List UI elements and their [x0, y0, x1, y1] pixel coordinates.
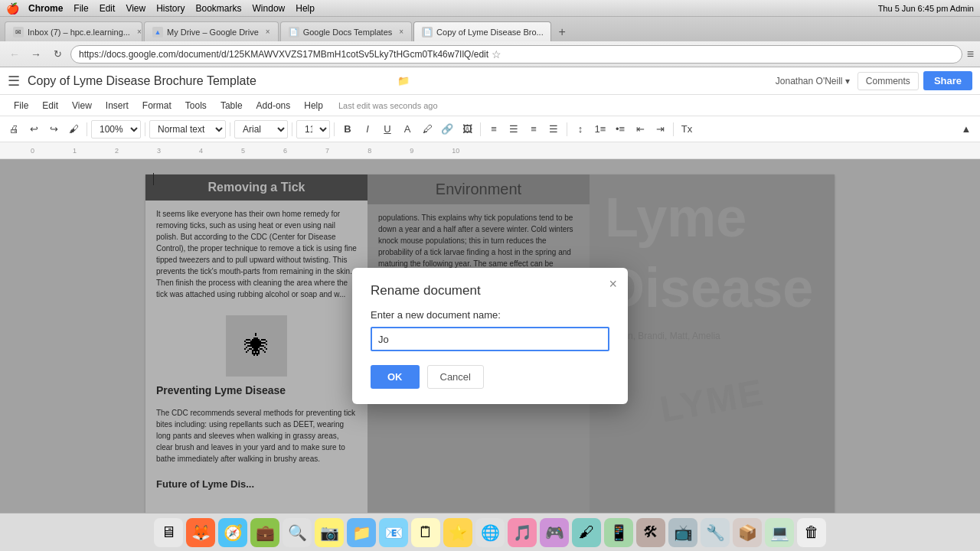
tabs-bar: ✉ Inbox (7) – hpc.e.learning... × ▲ My D…: [0, 17, 980, 41]
dock-contacts[interactable]: 💼: [250, 518, 279, 547]
forward-button[interactable]: →: [28, 46, 44, 63]
menu-history[interactable]: History: [156, 3, 185, 14]
list-bullet-button[interactable]: •≡: [611, 120, 629, 139]
address-bar[interactable]: https://docs.google.com/document/d/125KM…: [70, 45, 962, 64]
collapse-toolbar-button[interactable]: ▲: [957, 120, 975, 139]
dock-files[interactable]: 📁: [347, 518, 376, 547]
menu-help[interactable]: Help: [296, 3, 315, 14]
decrease-indent-button[interactable]: ⇤: [631, 120, 649, 139]
menu-window[interactable]: Window: [253, 3, 286, 14]
dock-wrench[interactable]: 🔧: [701, 518, 730, 547]
dock-mail[interactable]: 📧: [379, 518, 408, 547]
toolbar-sep-7: [567, 122, 567, 136]
tab-close-inbox[interactable]: ×: [137, 28, 142, 36]
menu-chrome[interactable]: Chrome: [28, 3, 63, 14]
back-button[interactable]: ←: [6, 46, 23, 63]
dock-star[interactable]: ⭐: [443, 518, 472, 547]
apple-icon[interactable]: 🍎: [6, 2, 19, 15]
dock-paint[interactable]: 🖌: [572, 518, 601, 547]
cancel-button[interactable]: Cancel: [427, 365, 484, 389]
list-number-button[interactable]: 1≡: [591, 120, 609, 139]
dialog-buttons: OK Cancel: [371, 365, 609, 389]
print-button[interactable]: 🖨: [5, 120, 23, 139]
dock-trash[interactable]: 🗑: [797, 518, 826, 547]
font-select[interactable]: Arial: [234, 120, 288, 139]
dock-package[interactable]: 📦: [733, 518, 762, 547]
tab-favicon-drive: ▲: [152, 27, 163, 37]
menu-view-docs[interactable]: View: [66, 98, 98, 113]
dock-spotlight[interactable]: 🔍: [283, 518, 312, 547]
menubar-right: Thu 5 Jun 6:45 pm Admin: [878, 4, 974, 13]
document-area[interactable]: Removing a Tick It seems like everyone h…: [0, 159, 980, 513]
dock-chrome[interactable]: 🌐: [475, 518, 505, 547]
dock-music[interactable]: 🎵: [508, 518, 537, 547]
toolbar-sep-3: [230, 122, 230, 136]
dock-game[interactable]: 🎮: [540, 518, 569, 547]
line-spacing-button[interactable]: ↕: [571, 120, 590, 139]
menu-edit-docs[interactable]: Edit: [36, 98, 64, 113]
dialog-close-button[interactable]: ×: [609, 277, 617, 291]
redo-button[interactable]: ↪: [44, 120, 63, 139]
menu-bookmarks[interactable]: Bookmarks: [196, 3, 242, 14]
clear-format-button[interactable]: Tx: [678, 120, 696, 139]
menu-file-docs[interactable]: File: [8, 98, 34, 113]
comments-button[interactable]: Comments: [858, 72, 919, 90]
italic-button[interactable]: I: [358, 120, 377, 139]
tab-close-drive[interactable]: ×: [266, 28, 270, 36]
mac-dock: 🖥 🦊 🧭 💼 🔍 📷 📁 📧 🗒 ⭐ 🌐 🎵 🎮 🖌 📱 🛠 📺 🔧 📦 💻 …: [0, 513, 980, 551]
refresh-button[interactable]: ↻: [49, 46, 66, 63]
menu-table-docs[interactable]: Table: [214, 98, 249, 113]
image-button[interactable]: 🖼: [458, 120, 476, 139]
new-tab-button[interactable]: +: [553, 23, 571, 41]
align-left-button[interactable]: ≡: [485, 120, 503, 139]
dock-finder[interactable]: 🖥: [154, 518, 183, 547]
style-select[interactable]: Normal text: [149, 120, 226, 139]
tab-drive[interactable]: ▲ My Drive – Google Drive ×: [144, 21, 279, 41]
font-size-select[interactable]: 11: [296, 120, 330, 139]
undo-button[interactable]: ↩: [24, 120, 43, 139]
align-right-button[interactable]: ≡: [524, 120, 543, 139]
tab-close-lyme[interactable]: ×: [550, 28, 551, 36]
tab-templates[interactable]: 📄 Google Docs Templates ×: [280, 21, 412, 41]
docs-folder-icon[interactable]: 📁: [397, 75, 410, 86]
dock-tv[interactable]: 📺: [668, 518, 697, 547]
highlight-button[interactable]: 🖊: [418, 120, 436, 139]
increase-indent-button[interactable]: ⇥: [651, 120, 669, 139]
share-button[interactable]: Share: [923, 71, 972, 90]
dock-notes[interactable]: 🗒: [411, 518, 440, 547]
dock-photos[interactable]: 📷: [315, 518, 344, 547]
docs-menu-icon[interactable]: ☰: [8, 73, 20, 90]
format-paint-button[interactable]: 🖌: [64, 120, 83, 139]
tab-lyme[interactable]: 📄 Copy of Lyme Disease Bro... ×: [413, 21, 551, 41]
dock-laptop[interactable]: 💻: [765, 518, 794, 547]
justify-button[interactable]: ☰: [544, 120, 563, 139]
bold-button[interactable]: B: [338, 120, 357, 139]
link-button[interactable]: 🔗: [438, 120, 456, 139]
menu-view[interactable]: View: [126, 3, 145, 14]
docs-title[interactable]: Copy of Lyme Disease Brochure Template: [28, 74, 393, 88]
menu-tools-docs[interactable]: Tools: [179, 98, 213, 113]
menu-help-docs[interactable]: Help: [298, 98, 329, 113]
menu-insert-docs[interactable]: Insert: [100, 98, 135, 113]
menu-edit[interactable]: Edit: [100, 3, 116, 14]
zoom-select[interactable]: 100%: [91, 120, 141, 139]
toolbar-sep-1: [87, 122, 87, 136]
bookmark-star-icon[interactable]: ☆: [492, 48, 501, 60]
text-color-button[interactable]: A: [398, 120, 416, 139]
ok-button[interactable]: OK: [371, 365, 420, 389]
document-name-input[interactable]: [371, 327, 609, 351]
dock-safari[interactable]: 🧭: [218, 518, 247, 547]
menu-format-docs[interactable]: Format: [136, 98, 178, 113]
tab-inbox[interactable]: ✉ Inbox (7) – hpc.e.learning... ×: [5, 21, 142, 41]
dock-tools[interactable]: 🛠: [636, 518, 665, 547]
menu-file[interactable]: File: [74, 3, 88, 14]
docs-user[interactable]: Jonathan O'Neill ▾: [776, 76, 850, 86]
tab-close-templates[interactable]: ×: [399, 28, 403, 36]
align-center-button[interactable]: ☰: [505, 120, 523, 139]
dock-firefox[interactable]: 🦊: [186, 518, 215, 547]
underline-button[interactable]: U: [378, 120, 397, 139]
menu-addons-docs[interactable]: Add-ons: [250, 98, 297, 113]
tab-favicon-inbox: ✉: [13, 27, 24, 37]
chrome-menu-icon[interactable]: ≡: [967, 47, 974, 61]
dock-phone[interactable]: 📱: [604, 518, 633, 547]
